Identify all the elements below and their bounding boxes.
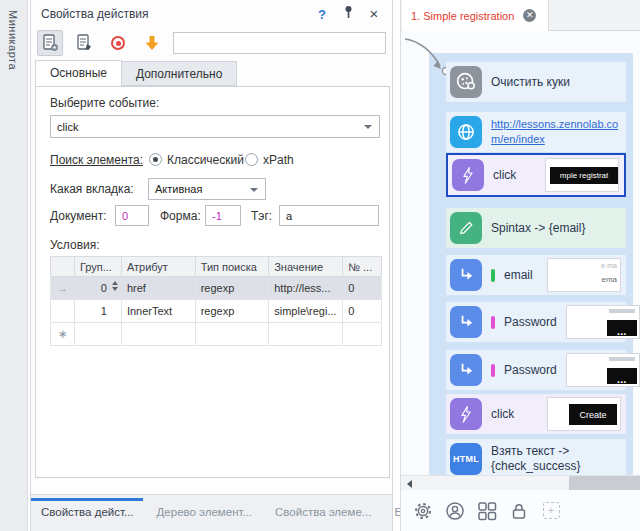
scroll-left-icon[interactable]: [407, 480, 412, 488]
cell-number[interactable]: 0: [343, 300, 382, 323]
action-block-set-password[interactable]: Password ...: [446, 350, 626, 390]
which-tab-label: Какая вкладка:: [50, 182, 134, 196]
project-tab-label: 1. Simple registration: [411, 10, 514, 22]
action-block-click-create[interactable]: click Create: [446, 394, 626, 434]
tag-value: a: [286, 210, 292, 222]
thumbnail-text: Create: [569, 404, 617, 425]
conditions-table: Груп... Атрибут Тип поиска Значение № ..…: [50, 256, 382, 346]
table-row[interactable]: → 0 href regexp http://less... 0: [51, 277, 382, 300]
header-selector: [51, 257, 75, 277]
radio-xpath[interactable]: [245, 153, 258, 166]
cell-attribute[interactable]: InnerText: [121, 300, 195, 323]
lightning-icon: [450, 398, 482, 430]
lock-icon[interactable]: [509, 501, 529, 521]
header-value[interactable]: Значение: [269, 257, 343, 277]
group-stepper[interactable]: [112, 281, 118, 291]
flow-canvas[interactable]: Очистить куки http://lessons.zennolab.co…: [401, 31, 640, 475]
panel-bottom-tabbar: Свойства дейст... Дерево элемент... Свой…: [31, 494, 392, 531]
project-tab[interactable]: 1. Simple registration ✕: [402, 0, 549, 31]
block-label: Очистить куки: [491, 75, 570, 89]
document-input[interactable]: 0: [115, 205, 149, 226]
action-block-goto-url[interactable]: http://lessons.zennolab.com/en/index: [446, 112, 626, 152]
variable-marker: [491, 269, 495, 282]
tab-main[interactable]: Основные: [35, 60, 122, 86]
action-edit-icon[interactable]: [71, 30, 97, 56]
tag-input[interactable]: a: [279, 205, 379, 226]
action-block-set-email[interactable]: email e-ma ema: [446, 255, 626, 295]
event-select-value: click: [57, 121, 78, 133]
block-thumbnail: ...: [566, 305, 640, 339]
radio-xpath-label[interactable]: xPath: [263, 153, 294, 167]
arrow-into-icon: [450, 306, 482, 338]
block-thumbnail: mple registrat: [545, 158, 619, 192]
radio-classic[interactable]: [149, 153, 162, 166]
cell-value[interactable]: simple\regi...: [269, 300, 343, 323]
table-row[interactable]: 1 InnerText regexp simple\regi... 0: [51, 300, 382, 323]
variable-marker: [491, 316, 495, 329]
action-block-click-selected[interactable]: click mple registrat: [446, 153, 626, 197]
thumbnail-text: ...: [607, 320, 637, 336]
header-group[interactable]: Груп...: [74, 257, 121, 277]
lightning-icon: [452, 159, 484, 191]
tab-additional[interactable]: Дополнительно: [122, 61, 237, 86]
bottom-tab-element-properties[interactable]: Свойства элеме...: [275, 506, 371, 518]
project-flow-panel: 1. Simple registration ✕ Очистить куки h…: [400, 0, 640, 531]
block-label: click: [493, 168, 516, 182]
cell-search-type[interactable]: regexp: [195, 277, 269, 300]
profile-icon[interactable]: [445, 501, 465, 521]
pin-icon[interactable]: [340, 5, 356, 23]
action-block-set-password[interactable]: Password ...: [446, 302, 626, 342]
thumbnail-text: ema: [601, 275, 617, 284]
thumbnail-text: ...: [607, 368, 637, 384]
arrow-into-icon: [450, 354, 482, 386]
event-select[interactable]: click: [50, 115, 380, 138]
action-block-spintax[interactable]: Spintax -> {email}: [446, 208, 626, 248]
block-thumbnail: e-ma ema: [547, 258, 621, 292]
bottom-tab-element-tree[interactable]: Дерево элемент...: [157, 506, 253, 518]
header-number[interactable]: № ...: [343, 257, 382, 277]
action-settings-icon[interactable]: [37, 30, 63, 56]
action-block-get-text[interactable]: HTML Взять текст -> {check_success}: [446, 439, 626, 475]
panel-title: Свойства действия: [41, 7, 304, 21]
row-selector-arrow: →: [51, 277, 75, 300]
scrollbar-thumb[interactable]: [569, 476, 640, 490]
event-label: Выберите событие:: [50, 96, 159, 110]
minimap-strip[interactable]: Миникарта: [0, 0, 28, 531]
header-attribute[interactable]: Атрибут: [121, 257, 195, 277]
close-icon[interactable]: ×: [366, 7, 382, 21]
new-row-icon: ∗: [51, 323, 75, 346]
bottom-tab-action-properties[interactable]: Свойства дейст...: [41, 506, 134, 518]
add-area-icon[interactable]: +: [541, 501, 561, 521]
radio-classic-label[interactable]: Классический: [167, 153, 244, 167]
cell-search-type[interactable]: regexp: [195, 300, 269, 323]
active-tab-indicator: [31, 498, 143, 501]
block-label: click: [491, 407, 514, 421]
table-new-row[interactable]: ∗: [51, 323, 382, 346]
block-label: email: [504, 268, 533, 282]
cell-number[interactable]: 0: [343, 277, 382, 300]
down-arrow-icon[interactable]: [139, 30, 165, 56]
apps-grid-icon[interactable]: [477, 501, 497, 521]
cell-value[interactable]: http://less...: [269, 277, 343, 300]
close-tab-icon[interactable]: ✕: [523, 9, 536, 22]
main-tab-content: Выберите событие: click Поиск элемента: …: [35, 86, 390, 478]
flow-bottom-toolbar: +: [401, 490, 640, 531]
block-thumbnail: ...: [566, 353, 640, 387]
which-tab-select[interactable]: Активная: [148, 178, 266, 200]
action-filter-input[interactable]: [173, 32, 386, 54]
form-input[interactable]: -1: [205, 205, 241, 226]
conditions-label: Условия:: [50, 238, 100, 252]
cookies-icon: [450, 66, 482, 98]
block-url-link[interactable]: http://lessons.zennolab.com/en/index: [491, 117, 621, 147]
element-search-link[interactable]: Поиск элемента:: [50, 153, 143, 167]
action-block-clear-cookies[interactable]: Очистить куки: [446, 62, 626, 102]
cell-group[interactable]: 1: [74, 300, 121, 323]
cell-group[interactable]: 0: [74, 277, 121, 300]
document-value: 0: [122, 210, 128, 222]
header-search-type[interactable]: Тип поиска: [195, 257, 269, 277]
help-icon[interactable]: ?: [314, 7, 330, 22]
record-icon[interactable]: [105, 30, 131, 56]
cell-attribute[interactable]: href: [121, 277, 195, 300]
horizontal-scrollbar[interactable]: [401, 475, 640, 490]
settings-icon[interactable]: [413, 501, 433, 521]
